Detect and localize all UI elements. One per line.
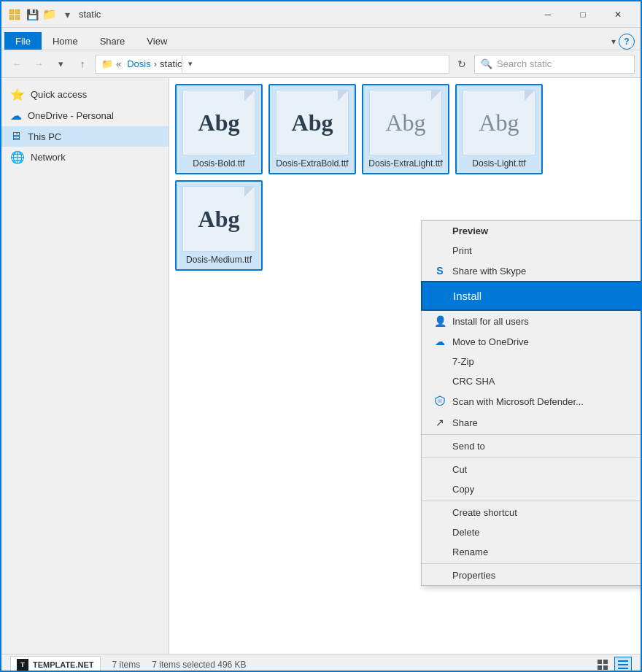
tab-home[interactable]: Home	[42, 32, 89, 50]
ctx-install-all-label: Install for all users	[452, 316, 529, 327]
file-name-extrabold: Dosis-ExtraBold.ttf	[276, 158, 348, 169]
ctx-print[interactable]: Print	[422, 241, 641, 260]
search-placeholder: Search static	[497, 58, 552, 69]
sidebar-item-network[interactable]: 🌐 Network	[1, 147, 169, 168]
back-button[interactable]: ←	[7, 55, 26, 74]
ctx-share-label: Share	[452, 417, 478, 428]
quick-access-toolbar[interactable]	[7, 7, 22, 22]
ribbon-chevron-icon[interactable]: ▾	[611, 36, 616, 47]
window-title: static	[79, 9, 101, 20]
sidebar-item-onedrive[interactable]: ☁ OneDrive - Personal	[1, 105, 169, 126]
onedrive-icon: ☁	[433, 336, 446, 347]
svg-rect-7	[597, 665, 602, 670]
ctx-install-label: Install	[453, 290, 481, 302]
view-toggle	[594, 657, 632, 673]
ribbon-tabs: File Home Share View ▾ ?	[1, 28, 641, 50]
path-separator-double: «	[116, 58, 121, 69]
forward-button[interactable]: →	[29, 55, 48, 74]
ctx-move-onedrive[interactable]: ☁ Move to OneDrive	[422, 331, 641, 352]
search-box[interactable]: 🔍 Search static	[474, 55, 635, 74]
svg-rect-0	[9, 9, 14, 14]
ctx-copy[interactable]: Copy	[422, 479, 641, 499]
ctx-cut-label: Cut	[452, 464, 467, 475]
logo-box: T	[17, 659, 28, 671]
path-static: static	[160, 58, 182, 69]
minimize-button[interactable]: ─	[531, 4, 565, 26]
address-path[interactable]: 📁 « Dosis › static ▾	[95, 55, 449, 74]
sidebar-item-this-pc[interactable]: 🖥 This PC	[1, 126, 169, 147]
ctx-move-onedrive-label: Move to OneDrive	[452, 336, 529, 347]
svg-rect-4	[438, 399, 442, 403]
address-dropdown-button[interactable]: ▾	[182, 55, 198, 74]
close-button[interactable]: ✕	[601, 4, 635, 26]
path-dosis[interactable]: Dosis	[127, 58, 151, 69]
refresh-button[interactable]: ↻	[452, 55, 471, 74]
file-area[interactable]: Abg Dosis-Bold.ttf Abg Dosis-ExtraBold.t…	[169, 78, 641, 654]
ctx-7zip[interactable]: 7-Zip ›	[422, 352, 641, 371]
ctx-crc-sha[interactable]: CRC SHA ›	[422, 371, 641, 391]
cloud-icon: ☁	[10, 109, 22, 123]
svg-rect-2	[9, 15, 14, 20]
file-name-extralight: Dosis-ExtraLight.ttf	[368, 158, 442, 169]
network-icon: 🌐	[10, 150, 25, 164]
sidebar-label-quick-access: Quick access	[31, 89, 87, 100]
file-item-medium[interactable]: Abg Dosis-Medium.ttf	[175, 180, 263, 271]
maximize-button[interactable]: □	[566, 4, 600, 26]
ctx-delete-label: Delete	[452, 527, 480, 538]
up-button[interactable]: ↑	[73, 55, 92, 74]
save-icon[interactable]: 💾	[25, 7, 39, 22]
sidebar-item-quick-access[interactable]: ⭐ Quick access	[1, 84, 169, 105]
ctx-preview-label: Preview	[452, 225, 488, 236]
ctx-preview[interactable]: Preview	[422, 221, 641, 241]
dropdown-arrow[interactable]: ▾	[60, 7, 74, 22]
ctx-send-to-label: Send to	[452, 441, 485, 452]
ctx-defender[interactable]: Scan with Microsoft Defender...	[422, 391, 641, 412]
ctx-defender-label: Scan with Microsoft Defender...	[452, 396, 584, 407]
help-button[interactable]: ?	[619, 34, 635, 50]
folder-icon-path: 📁	[101, 58, 113, 69]
ctx-cut[interactable]: Cut	[422, 460, 641, 479]
list-view-button[interactable]	[594, 657, 611, 673]
file-icon-extralight: Abg	[369, 90, 442, 155]
file-name-bold: Dosis-Bold.ttf	[193, 158, 244, 169]
status-bar: T TEMPLATE.NET 7 items 7 items selected …	[1, 654, 641, 672]
tab-view[interactable]: View	[136, 32, 178, 50]
file-item-extralight[interactable]: Abg Dosis-ExtraLight.ttf	[362, 84, 449, 174]
ctx-rename[interactable]: Rename	[422, 542, 641, 562]
file-item-bold[interactable]: Abg Dosis-Bold.ttf	[175, 84, 263, 174]
svg-rect-3	[15, 15, 20, 20]
ctx-properties[interactable]: Properties	[422, 565, 641, 585]
context-menu: Preview Print S Share with Skype Install…	[421, 220, 641, 586]
selected-info: 7 items selected 496 KB	[152, 660, 246, 670]
abg-text-medium: Abg	[198, 207, 240, 231]
ctx-properties-label: Properties	[452, 570, 495, 581]
ctx-separator-4	[422, 563, 641, 564]
ctx-send-to[interactable]: Send to ›	[422, 436, 641, 456]
ctx-share-skype[interactable]: S Share with Skype	[422, 260, 641, 281]
file-icon-medium: Abg	[182, 186, 255, 252]
tab-file[interactable]: File	[4, 32, 42, 50]
sidebar-label-onedrive: OneDrive - Personal	[28, 110, 114, 121]
ctx-install-all[interactable]: 👤 Install for all users	[422, 311, 641, 331]
file-item-light[interactable]: Abg Dosis-Light.ttf	[455, 84, 543, 174]
file-name-light: Dosis-Light.ttf	[472, 158, 525, 169]
svg-rect-9	[618, 660, 628, 662]
folder-icon: 📁	[42, 7, 57, 22]
file-name-medium: Dosis-Medium.ttf	[186, 255, 252, 265]
ctx-delete[interactable]: Delete	[422, 522, 641, 542]
title-bar-icons: 💾 📁 ▾	[7, 7, 74, 22]
sidebar-label-this-pc: This PC	[28, 131, 61, 142]
install-all-icon: 👤	[433, 315, 446, 327]
ctx-share[interactable]: ↗ Share	[422, 412, 641, 433]
file-item-extrabold[interactable]: Abg Dosis-ExtraBold.ttf	[268, 84, 356, 174]
tab-share[interactable]: Share	[89, 32, 136, 50]
dropdown-history-button[interactable]: ▾	[51, 55, 70, 74]
details-view-button[interactable]	[614, 657, 632, 673]
share-icon: ↗	[433, 417, 446, 428]
file-icon-light: Abg	[463, 90, 535, 155]
ctx-install[interactable]: Install	[421, 281, 641, 311]
defender-icon	[433, 395, 446, 408]
svg-rect-11	[618, 668, 628, 669]
abg-text-bold: Abg	[198, 111, 240, 134]
ctx-create-shortcut[interactable]: Create shortcut	[422, 503, 641, 522]
